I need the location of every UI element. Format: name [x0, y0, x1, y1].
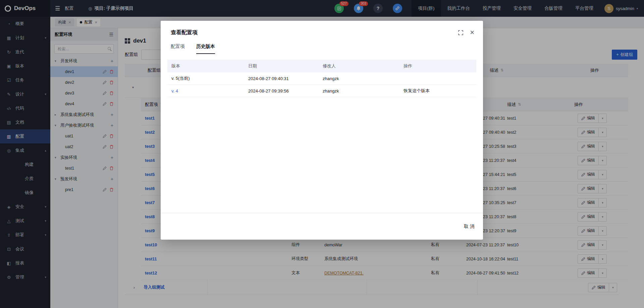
- modal-title: 查看配置项: [171, 29, 198, 36]
- editor-cell: zhangzk: [319, 88, 399, 94]
- history-row-current: v. 5(当前) 2024-08-27 09:40:31 zhangzk: [167, 72, 476, 85]
- history-table: 版本 日期 修改人 操作 v. 5(当前) 2024-08-27 09:40:3…: [167, 60, 476, 97]
- col-date: 日期: [244, 63, 319, 69]
- version-link[interactable]: v. 4: [167, 88, 244, 94]
- history-table-header: 版本 日期 修改人 操作: [167, 60, 476, 72]
- editor-cell: zhangzk: [319, 76, 399, 81]
- tab-history-versions[interactable]: 历史版本: [196, 44, 215, 54]
- date-cell: 2024-08-27 09:40:31: [244, 76, 319, 81]
- modal-tabs: 配置项 历史版本: [161, 44, 483, 54]
- close-icon[interactable]: ×: [470, 29, 474, 36]
- cancel-button[interactable]: 取 消: [464, 224, 474, 230]
- tab-config-item[interactable]: 配置项: [171, 44, 185, 54]
- view-config-item-modal: 查看配置项 × 配置项 历史版本 版本 日期 修改人 操作 v. 5(当前) 2…: [161, 21, 483, 240]
- col-version: 版本: [167, 63, 244, 69]
- history-row-v4: v. 4 2024-08-27 09:39:56 zhangzk 恢复这个版本: [167, 85, 476, 97]
- date-cell: 2024-08-27 09:39:56: [244, 88, 319, 94]
- col-action: 操作: [399, 63, 476, 69]
- fullscreen-icon[interactable]: [458, 30, 463, 35]
- version-cell: v. 5(当前): [167, 75, 244, 81]
- col-editor: 修改人: [319, 63, 399, 69]
- restore-version-link[interactable]: 恢复这个版本: [399, 88, 476, 94]
